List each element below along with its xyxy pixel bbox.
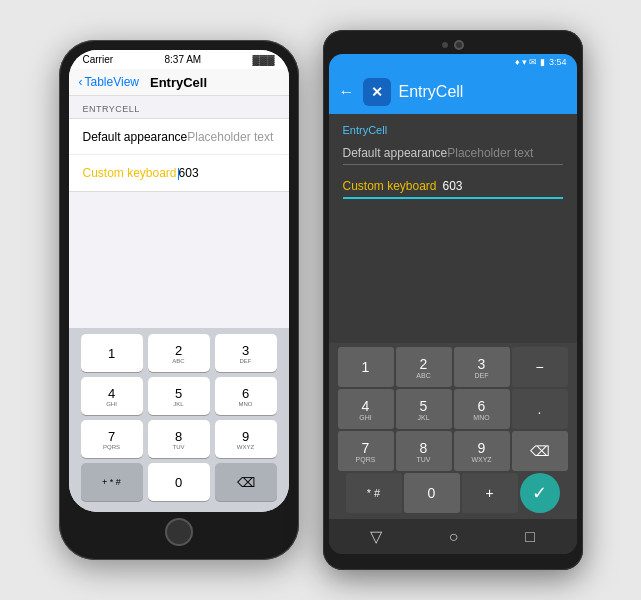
android-toolbar-title: EntryCell bbox=[399, 83, 464, 101]
android-field-custom-label: Custom keyboard bbox=[343, 179, 443, 193]
ios-kb-row-3: 7PQRS 8TUV 9WXYZ bbox=[73, 420, 285, 458]
android-nav-recent[interactable]: □ bbox=[525, 528, 535, 546]
ios-key-5[interactable]: 5JKL bbox=[148, 377, 210, 415]
ios-kb-row-1: 1 2ABC 3DEF bbox=[73, 334, 285, 372]
ios-table-group: Default appearance Placeholder text Cust… bbox=[69, 118, 289, 192]
ios-content: ENTRYCELL Default appearance Placeholder… bbox=[69, 96, 289, 328]
android-key-2[interactable]: 2ABC bbox=[396, 347, 452, 387]
ios-row-custom-input[interactable]: 603 bbox=[177, 166, 199, 180]
ios-back-chevron: ‹ bbox=[79, 75, 83, 89]
android-keyboard: 1 2ABC 3DEF − 4GHI 5JKL 6MNO . 7PQRS 8TU… bbox=[329, 343, 577, 519]
ios-key-2[interactable]: 2ABC bbox=[148, 334, 210, 372]
android-status-icons: ♦ ▾ ✉ ▮ bbox=[515, 57, 545, 67]
android-screen: ♦ ▾ ✉ ▮ 3:54 ← ✕ EntryCell EntryCell Def… bbox=[329, 54, 577, 554]
android-front-camera bbox=[442, 42, 448, 48]
ios-phone: Carrier 8:37 AM ▓▓▓ ‹ TableView EntryCel… bbox=[59, 40, 299, 560]
android-bottom bbox=[329, 554, 577, 562]
android-phone: ♦ ▾ ✉ ▮ 3:54 ← ✕ EntryCell EntryCell Def… bbox=[323, 30, 583, 570]
android-content: EntryCell Default appearance Placeholder… bbox=[329, 114, 577, 343]
android-key-8[interactable]: 8TUV bbox=[396, 431, 452, 471]
android-field-default-label: Default appearance bbox=[343, 146, 448, 160]
android-status-bar: ♦ ▾ ✉ ▮ 3:54 bbox=[329, 54, 577, 70]
android-nav-back[interactable]: ▽ bbox=[370, 527, 382, 546]
android-key-1[interactable]: 1 bbox=[338, 347, 394, 387]
android-nav-home[interactable]: ○ bbox=[449, 528, 459, 546]
android-toolbar: ← ✕ EntryCell bbox=[329, 70, 577, 114]
android-back-button[interactable]: ← bbox=[339, 83, 355, 101]
android-key-3[interactable]: 3DEF bbox=[454, 347, 510, 387]
ios-row-custom-label: Custom keyboard bbox=[83, 166, 177, 180]
ios-screen: Carrier 8:37 AM ▓▓▓ ‹ TableView EntryCel… bbox=[69, 50, 289, 512]
ios-battery: ▓▓▓ bbox=[253, 54, 275, 65]
android-key-plus[interactable]: + bbox=[462, 473, 518, 513]
ios-key-7[interactable]: 7PQRS bbox=[81, 420, 143, 458]
scene: Carrier 8:37 AM ▓▓▓ ‹ TableView EntryCel… bbox=[39, 10, 603, 590]
android-field-custom-input[interactable]: 603 bbox=[443, 179, 563, 193]
ios-keyboard: 1 2ABC 3DEF 4GHI 5JKL 6MNO 7PQRS 8TUV 9W… bbox=[69, 328, 289, 512]
android-earpiece bbox=[454, 40, 464, 50]
ios-home-button-area bbox=[69, 512, 289, 550]
ios-key-3[interactable]: 3DEF bbox=[215, 334, 277, 372]
ios-key-6[interactable]: 6MNO bbox=[215, 377, 277, 415]
ios-key-symbols[interactable]: + * # bbox=[81, 463, 143, 501]
android-kb-row-4: * # 0 + ✓ bbox=[333, 473, 573, 513]
android-nav-bar: ▽ ○ □ bbox=[329, 519, 577, 554]
ios-row-default: Default appearance Placeholder text bbox=[69, 119, 289, 155]
android-kb-row-2: 4GHI 5JKL 6MNO . bbox=[333, 389, 573, 429]
ios-home-button[interactable] bbox=[165, 518, 193, 546]
android-time: 3:54 bbox=[549, 57, 567, 67]
android-app-icon-label: ✕ bbox=[371, 84, 383, 100]
ios-section-header: ENTRYCELL bbox=[69, 96, 289, 118]
ios-status-bar: Carrier 8:37 AM ▓▓▓ bbox=[69, 50, 289, 69]
android-section-label: EntryCell bbox=[343, 124, 563, 136]
android-field-default-input[interactable]: Placeholder text bbox=[447, 146, 562, 160]
android-key-7[interactable]: 7PQRS bbox=[338, 431, 394, 471]
ios-key-0[interactable]: 0 bbox=[148, 463, 210, 501]
ios-kb-row-2: 4GHI 5JKL 6MNO bbox=[73, 377, 285, 415]
ios-key-9[interactable]: 9WXYZ bbox=[215, 420, 277, 458]
android-app-icon: ✕ bbox=[363, 78, 391, 106]
android-kb-row-1: 1 2ABC 3DEF − bbox=[333, 347, 573, 387]
ios-back-label: TableView bbox=[85, 75, 139, 89]
ios-key-delete[interactable]: ⌫ bbox=[215, 463, 277, 501]
android-key-done[interactable]: ✓ bbox=[520, 473, 560, 513]
ios-nav-title: EntryCell bbox=[150, 75, 207, 90]
android-field-default: Default appearance Placeholder text bbox=[343, 146, 563, 165]
ios-kb-row-4: + * # 0 ⌫ bbox=[73, 463, 285, 501]
android-key-minus[interactable]: − bbox=[512, 347, 568, 387]
ios-key-4[interactable]: 4GHI bbox=[81, 377, 143, 415]
android-key-delete[interactable]: ⌫ bbox=[512, 431, 568, 471]
android-key-9[interactable]: 9WXYZ bbox=[454, 431, 510, 471]
android-kb-row-3: 7PQRS 8TUV 9WXYZ ⌫ bbox=[333, 431, 573, 471]
android-key-4[interactable]: 4GHI bbox=[338, 389, 394, 429]
ios-nav-bar: ‹ TableView EntryCell bbox=[69, 69, 289, 96]
ios-key-8[interactable]: 8TUV bbox=[148, 420, 210, 458]
android-key-dot[interactable]: . bbox=[512, 389, 568, 429]
ios-key-1[interactable]: 1 bbox=[81, 334, 143, 372]
ios-cursor bbox=[178, 168, 179, 180]
ios-back-button[interactable]: ‹ TableView bbox=[79, 75, 139, 89]
ios-row-default-label: Default appearance bbox=[83, 130, 188, 144]
ios-row-custom: Custom keyboard 603 bbox=[69, 155, 289, 191]
ios-carrier: Carrier bbox=[83, 54, 114, 65]
android-key-5[interactable]: 5JKL bbox=[396, 389, 452, 429]
ios-row-default-input[interactable]: Placeholder text bbox=[187, 130, 273, 144]
android-field-custom: Custom keyboard 603 bbox=[343, 179, 563, 199]
android-key-0[interactable]: 0 bbox=[404, 473, 460, 513]
ios-time: 8:37 AM bbox=[164, 54, 201, 65]
android-key-6[interactable]: 6MNO bbox=[454, 389, 510, 429]
android-key-symbols[interactable]: * # bbox=[346, 473, 402, 513]
ios-empty-space bbox=[69, 192, 289, 328]
android-camera-area bbox=[329, 38, 577, 54]
